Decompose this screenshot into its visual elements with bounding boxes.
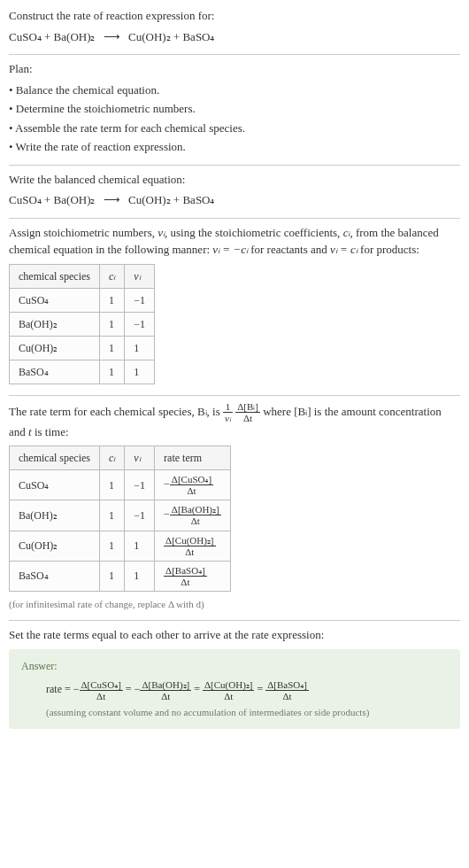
- den: Δt: [265, 691, 309, 701]
- cell-nui: 1: [125, 561, 155, 591]
- frac: Δ[CuSO₄]Δt: [170, 474, 213, 496]
- den: Δt: [80, 691, 123, 701]
- arrow-icon: ⟶: [104, 191, 120, 209]
- cell-nui: −1: [125, 500, 155, 531]
- num: Δ[Ba(OH)₂]: [140, 679, 191, 691]
- plan-item-text: Assemble the rate term for each chemical…: [15, 121, 245, 135]
- ci-header: cᵢ: [109, 270, 115, 283]
- cell-ci: 1: [99, 312, 124, 336]
- prompt-section: Construct the rate of reaction expressio…: [9, 7, 460, 55]
- eq-rhs: Cu(OH)₂ + BaSO₄: [128, 30, 215, 43]
- cell-species: BaSO₄: [10, 561, 100, 591]
- plan-list: • Balance the chemical equation. • Deter…: [9, 81, 460, 156]
- text: for products:: [358, 243, 419, 256]
- final-section: Set the rate terms equal to each other t…: [9, 626, 460, 728]
- eq: =: [194, 683, 203, 695]
- rel-products: νᵢ = cᵢ: [330, 243, 358, 256]
- table-row: BaSO₄ 1 1 Δ[BaSO₄]Δt: [10, 561, 231, 591]
- table-row: Cu(OH)₂11: [10, 336, 155, 360]
- table-header-row: chemical species cᵢ νᵢ rate term: [10, 446, 231, 470]
- num: Δ[Ba(OH)₂]: [170, 504, 221, 515]
- cell-ci: 1: [99, 561, 124, 591]
- nu-i: νᵢ: [158, 226, 165, 239]
- frac: Δ[Ba(OH)₂]Δt: [170, 504, 221, 526]
- rate-term-caption: (for infinitesimal rate of change, repla…: [9, 597, 460, 612]
- plan-item-text: Balance the chemical equation.: [16, 83, 159, 97]
- cell-nui: −1: [125, 470, 155, 500]
- cell-nui: −1: [125, 312, 155, 336]
- stoich-intro: Assign stoichiometric numbers, νᵢ, using…: [9, 224, 460, 259]
- cell-ci: 1: [99, 336, 124, 360]
- table-row: CuSO₄1−1: [10, 288, 155, 312]
- table-row: CuSO₄ 1 −1 −Δ[CuSO₄]Δt: [10, 470, 231, 500]
- table-header-row: chemical species cᵢ νᵢ: [10, 264, 155, 288]
- th-rate: rate term: [155, 446, 231, 470]
- cell-rate: −Δ[CuSO₄]Δt: [155, 470, 231, 500]
- cell-species: BaSO₄: [10, 360, 100, 384]
- cell-ci: 1: [99, 288, 124, 312]
- answer-label: Answer:: [21, 658, 448, 674]
- plan-item-text: Write the rate of reaction expression.: [16, 140, 186, 153]
- text: for reactants and: [248, 243, 330, 256]
- den: νᵢ: [223, 413, 233, 423]
- sign: −: [164, 478, 170, 491]
- nui-header: νᵢ: [134, 452, 140, 464]
- text: Assign stoichiometric numbers,: [9, 226, 158, 239]
- th-species: chemical species: [10, 446, 100, 470]
- den: Δt: [170, 485, 213, 496]
- sign: −: [73, 683, 80, 695]
- answer-note: (assuming constant volume and no accumul…: [46, 705, 448, 720]
- balanced-section: Write the balanced chemical equation: Cu…: [9, 171, 460, 219]
- eq-lhs: CuSO₄ + Ba(OH)₂: [9, 30, 96, 43]
- nui-header: νᵢ: [134, 270, 140, 283]
- den: Δt: [170, 515, 221, 526]
- prompt-equation: CuSO₄ + Ba(OH)₂ ⟶ Cu(OH)₂ + BaSO₄: [9, 28, 460, 46]
- den: Δt: [164, 546, 215, 557]
- plan-item: • Determine the stoichiometric numbers.: [9, 100, 460, 118]
- eq-rhs: Cu(OH)₂ + BaSO₄: [128, 193, 215, 206]
- term: Δ[BaSO₄]Δt: [265, 683, 309, 695]
- num: 1: [223, 401, 233, 413]
- frac: Δ[BaSO₄]Δt: [265, 679, 309, 701]
- text: is time:: [32, 425, 69, 438]
- cell-species: Cu(OH)₂: [10, 336, 100, 360]
- cell-species: Ba(OH)₂: [10, 312, 100, 336]
- cell-species: Ba(OH)₂: [10, 500, 100, 531]
- sign: −: [164, 508, 170, 521]
- cell-ci: 1: [99, 500, 124, 531]
- num: Δ[CuSO₄]: [170, 474, 213, 485]
- text: , using the stoichiometric coefficients,: [165, 226, 343, 239]
- num: Δ[Cu(OH)₂]: [203, 679, 254, 691]
- rate-term-intro: The rate term for each chemical species,…: [9, 401, 460, 441]
- num: Δ[BaSO₄]: [265, 679, 309, 691]
- cell-nui: 1: [125, 360, 155, 384]
- th-nui: νᵢ: [125, 264, 155, 288]
- eq: =: [257, 683, 265, 695]
- eq: =: [126, 683, 135, 695]
- num: Δ[CuSO₄]: [80, 679, 123, 691]
- plan-item: • Assemble the rate term for each chemic…: [9, 120, 460, 137]
- cell-nui: 1: [125, 531, 155, 561]
- cell-rate: Δ[Cu(OH)₂]Δt: [155, 531, 231, 561]
- plan-section: Plan: • Balance the chemical equation. •…: [9, 60, 460, 166]
- frac: Δ[Ba(OH)₂]Δt: [140, 679, 191, 701]
- den: Δt: [203, 691, 254, 701]
- stoich-section: Assign stoichiometric numbers, νᵢ, using…: [9, 224, 460, 396]
- frac: Δ[Cu(OH)₂]Δt: [203, 679, 254, 701]
- stoich-table: chemical species cᵢ νᵢ CuSO₄1−1 Ba(OH)₂1…: [9, 264, 155, 384]
- th-species: chemical species: [10, 264, 100, 288]
- frac: Δ[Cu(OH)₂]Δt: [164, 535, 215, 557]
- num: Δ[Bᵢ]: [235, 401, 260, 413]
- term: Δ[Cu(OH)₂]Δt: [203, 683, 254, 695]
- den: Δt: [164, 577, 207, 587]
- cell-nui: 1: [125, 336, 155, 360]
- term: −Δ[CuSO₄]Δt: [73, 683, 123, 695]
- cell-ci: 1: [99, 360, 124, 384]
- plan-item-text: Determine the stoichiometric numbers.: [16, 102, 196, 115]
- num: Δ[Cu(OH)₂]: [164, 535, 215, 546]
- cell-nui: −1: [125, 288, 155, 312]
- final-title: Set the rate terms equal to each other t…: [9, 626, 460, 644]
- table-row: Ba(OH)₂ 1 −1 −Δ[Ba(OH)₂]Δt: [10, 500, 231, 531]
- th-ci: cᵢ: [99, 446, 124, 470]
- th-ci: cᵢ: [99, 264, 124, 288]
